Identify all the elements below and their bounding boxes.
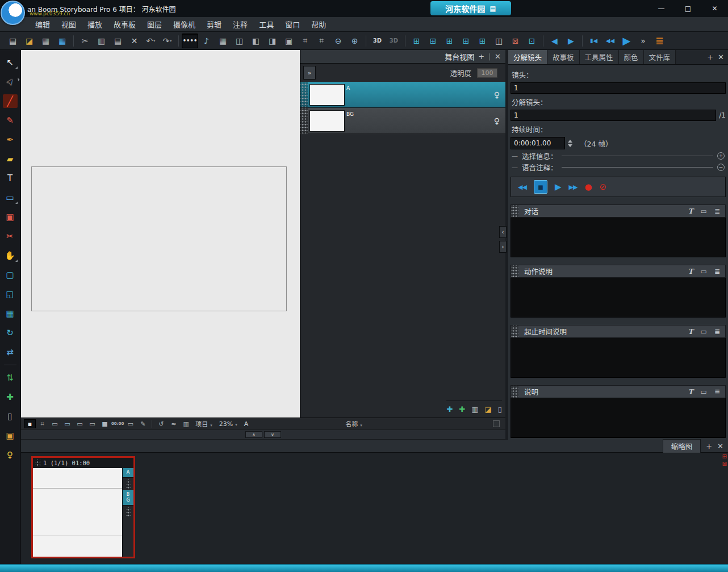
section-grip[interactable] (511, 325, 518, 337)
menu-item[interactable]: 图层 (141, 16, 168, 32)
stop-button[interactable]: ■ (534, 180, 547, 194)
merge-panel-button[interactable]: ⊡ (524, 34, 540, 48)
group-layer-button[interactable]: ◪ (485, 405, 492, 414)
reset-view-button[interactable]: ↺ (155, 419, 167, 428)
delete-layer-button[interactable]: ▯ (498, 405, 502, 414)
minimize-button[interactable]: — (648, 0, 675, 17)
flip-tool[interactable]: ⇅ (3, 371, 18, 385)
layer-grip[interactable] (300, 82, 308, 107)
curves-button[interactable]: ≈ (168, 419, 179, 428)
toggle-3d-button[interactable]: 3D (369, 34, 386, 48)
selection-slider[interactable] (562, 156, 713, 156)
layout-grid-button[interactable]: ⌗ (297, 34, 313, 48)
save-button[interactable]: ▦ (37, 34, 54, 48)
corner-red-icon-2[interactable]: ⊠ (722, 461, 727, 467)
text-format-icon[interactable]: T (688, 268, 693, 275)
thumbnail-grip[interactable] (35, 460, 40, 466)
layer-transform-tool[interactable]: ◱ (3, 287, 18, 301)
light-table-tool[interactable]: ♀ (3, 448, 18, 462)
storyboard-menu-button[interactable]: ≣ (651, 34, 668, 48)
menu-item[interactable]: 帮助 (306, 16, 332, 32)
play-button[interactable]: ▶ (555, 182, 562, 192)
menu-item[interactable]: 窗口 (279, 16, 306, 32)
expand-caption-icon[interactable]: ▭ (701, 388, 707, 396)
rail-grip[interactable] (126, 479, 131, 489)
text-format-icon[interactable]: T (688, 388, 693, 396)
paint-tool[interactable]: ▣ (3, 210, 18, 224)
caption-textarea[interactable] (511, 338, 726, 378)
section-grip[interactable] (511, 205, 518, 217)
pen-view-button[interactable]: •••• (182, 34, 198, 48)
text-format-icon[interactable]: T (688, 328, 693, 336)
panel-close-button[interactable]: ✕ (717, 442, 723, 450)
menu-item[interactable]: 编辑 (30, 16, 56, 32)
menu-item[interactable]: 工具 (253, 16, 279, 32)
caption-textarea[interactable] (511, 398, 726, 438)
layer-thumbnail[interactable] (309, 110, 345, 132)
layout-left-button[interactable]: ◧ (248, 34, 264, 48)
tab-colour[interactable]: 颜色 (619, 50, 644, 64)
stamp-tool[interactable]: ✒ (3, 133, 18, 147)
collapse-left-button[interactable]: ‹ (499, 226, 507, 238)
layer-grip[interactable] (300, 108, 308, 133)
selection-grip[interactable]: — (512, 152, 518, 160)
rotate-3d-button[interactable]: 3D (386, 34, 402, 48)
splitter-up-button[interactable]: ∧ (245, 431, 262, 438)
edit-caption-icon[interactable]: ≣ (714, 268, 720, 275)
delete-button[interactable]: ✕ (126, 34, 143, 48)
layer-visibility-bulb-icon[interactable]: ♀ (494, 116, 500, 126)
edit-caption-icon[interactable]: ≣ (714, 328, 720, 336)
layers-view-button[interactable]: ▥ (180, 419, 192, 428)
expand-caption-icon[interactable]: ▭ (701, 328, 707, 336)
delete-tool[interactable]: ▯ (3, 410, 18, 423)
cutter-tool[interactable]: ✂ (3, 229, 18, 243)
expand-caption-icon[interactable]: ▭ (701, 207, 707, 215)
pencil-tool[interactable]: ✎ (3, 114, 18, 127)
horizontal-splitter[interactable]: ∧ ∨ (21, 430, 505, 439)
text-tool[interactable]: T (3, 172, 18, 185)
duplicate-panel-button[interactable]: ⊞ (441, 34, 458, 48)
edit-caption-icon[interactable]: ≣ (714, 388, 720, 396)
layout-focus-button[interactable]: ▣ (281, 34, 297, 48)
duplicate-layer-button[interactable]: ▥ (471, 405, 478, 414)
rail-layer-tab[interactable]: A (123, 468, 133, 478)
first-frame-button[interactable]: ▮◀ (585, 34, 602, 48)
section-grip[interactable] (511, 386, 518, 398)
corner-red-icon-1[interactable]: ⊞ (722, 454, 727, 460)
eraser-tool[interactable]: ▰ (3, 152, 18, 166)
edit-caption-icon[interactable]: ≣ (714, 207, 720, 215)
cut-button[interactable]: ✂ (77, 34, 93, 48)
record-button[interactable]: ● (584, 182, 592, 192)
labels-button[interactable]: ▭ (124, 419, 136, 428)
tab-panel[interactable]: 分解镜头 (508, 50, 547, 64)
brush-tool[interactable]: ╱ (3, 94, 18, 108)
caption-textarea[interactable] (511, 278, 726, 318)
paste-button[interactable]: ▤ (110, 34, 126, 48)
duration-spinner[interactable] (568, 140, 572, 147)
split-panel-button[interactable]: ◫ (491, 34, 507, 48)
add-layer-tool[interactable]: ✚ (3, 390, 18, 404)
undo-button[interactable]: ↶ (143, 34, 159, 48)
copy-button[interactable]: ▥ (93, 34, 110, 48)
thumbnails-tab[interactable]: 缩略图 (663, 439, 701, 453)
grid-toggle-button[interactable]: ⌗ (36, 419, 48, 428)
layout-right-button[interactable]: ◨ (264, 34, 281, 48)
layout-thumbs-button[interactable]: ⌗ (313, 34, 330, 48)
panel-add-button[interactable]: + (706, 442, 712, 450)
delete-panel-button[interactable]: ⊠ (507, 34, 524, 48)
splitter-down-button[interactable]: ∨ (264, 431, 281, 438)
new-button[interactable]: ▤ (5, 34, 21, 48)
camera-mask-button[interactable]: ▭ (61, 419, 73, 428)
lock-tool[interactable]: ▣ (3, 429, 18, 442)
collapse-right-button[interactable]: › (499, 241, 507, 253)
render-view-button[interactable]: ▪ (24, 419, 36, 428)
statusbar-end-box[interactable] (493, 420, 500, 427)
timecode-button[interactable]: 00:00 (111, 419, 124, 428)
voice-collapse-button[interactable]: − (717, 164, 725, 171)
duration-input[interactable]: 0:00:01.00 (511, 137, 565, 149)
new-panel-after-button[interactable]: ⊞ (425, 34, 441, 48)
project-dropdown[interactable]: 项目 (195, 419, 212, 428)
prev-panel-button[interactable]: ◀ (546, 34, 563, 48)
stage-canvas[interactable] (21, 50, 300, 417)
next-panel-button[interactable]: ▶ (563, 34, 579, 48)
